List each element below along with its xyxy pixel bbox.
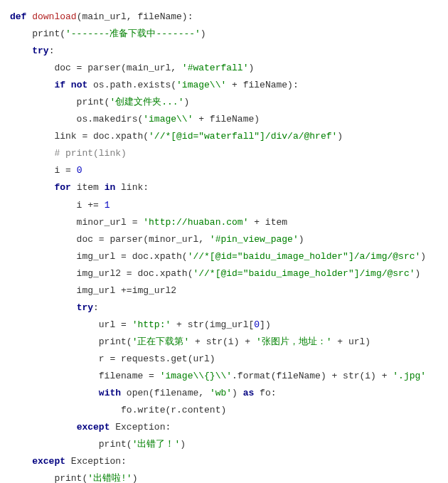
line-18: try: <box>10 302 99 313</box>
line-25: except Exception: <box>10 422 171 432</box>
line-3: try: <box>10 46 54 56</box>
line-7: os.makedirs('image\\' + fileName) <box>10 114 260 124</box>
line-24: fo.write(r.content) <box>10 405 226 415</box>
line-1: def download(main_url, fileName): <box>10 11 193 22</box>
line-6: print('创建文件夹...') <box>10 97 189 107</box>
line-12: i += 1 <box>10 200 110 211</box>
line-16: img_url2 = doc.xpath('//*[@id="baidu_ima… <box>10 268 420 279</box>
line-15: img_url = doc.xpath('//*[@id="baidu_imag… <box>10 251 426 262</box>
line-8: link = doc.xpath('//*[@id="waterfall"]/d… <box>10 131 343 142</box>
line-11: for item in link: <box>10 182 149 193</box>
line-20: print('正在下载第' + str(i) + '张图片，地址：' + url… <box>10 336 370 347</box>
line-26: print('出错了！') <box>10 439 186 450</box>
line-14: doc = parser(minor_url, '#pin_view_page'… <box>10 234 304 245</box>
line-21: r = requests.get(url) <box>10 354 215 364</box>
line-28: print('出错啦!') <box>10 473 137 483</box>
line-2: print('-------准备下载中-------') <box>10 28 206 39</box>
line-19: url = 'http:' + str(img_url[0]) <box>10 319 271 330</box>
line-10: i = 0 <box>10 165 82 176</box>
code-block: def download(main_url, fileName): print(… <box>10 9 438 483</box>
line-4: doc = parser(main_url, '#waterfall') <box>10 63 254 73</box>
line-22: filename = 'image\\{}\\'.format(fileName… <box>10 371 426 381</box>
line-13: minor_url = 'http://huaban.com' + item <box>10 217 287 228</box>
line-17: img_url +=img_url2 <box>10 285 176 296</box>
line-5: if not os.path.exists('image\\' + fileNa… <box>10 80 299 90</box>
line-27: except Exception: <box>10 456 127 467</box>
line-23: with open(filename, 'wb') as fo: <box>10 388 277 398</box>
line-9: # print(link) <box>10 148 127 159</box>
